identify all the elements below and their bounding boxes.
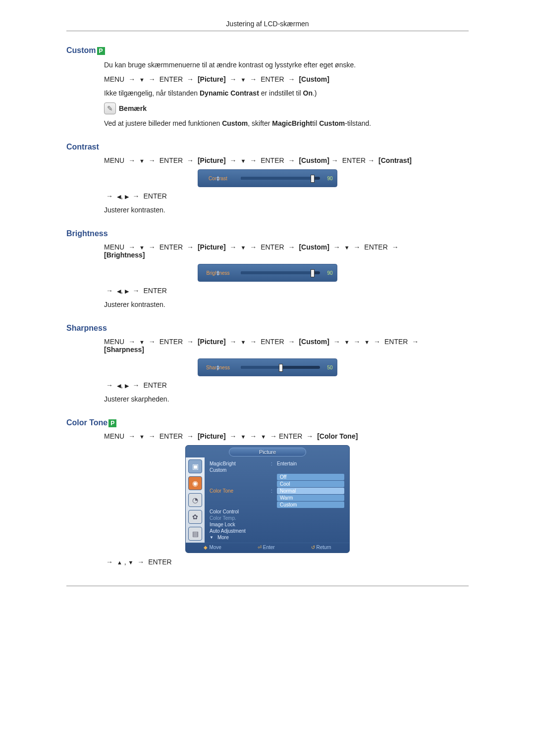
osd-side-icons: ▣ ◉ ◔ ✿ ▤	[186, 457, 205, 543]
arrow-icon: →	[126, 338, 137, 346]
osd-slider-label: ▲ Sharpness ▼	[198, 365, 238, 370]
down-triangle-icon: ▼	[364, 339, 370, 345]
arrow-icon: →	[131, 192, 142, 200]
arrow-icon: →	[248, 75, 259, 83]
osd-item-label: Auto Adjustment	[210, 528, 269, 534]
osd-footer-move-text: Move	[209, 545, 221, 550]
osd-slider-label: ▲ Brightness ▼	[198, 270, 238, 276]
menu-label: MENU	[104, 156, 124, 164]
arrow-icon: →	[286, 75, 297, 83]
section-colortone-title-text: Color Tone	[66, 418, 107, 427]
na-post: .)	[313, 89, 317, 97]
down-triangle-icon: ▼	[210, 535, 214, 540]
na-dc: Dynamic Contrast	[200, 89, 259, 97]
osd-sep: :	[271, 488, 275, 494]
na-on: On	[303, 89, 313, 97]
osd-item-colortemp: Color Temp.	[210, 515, 344, 521]
down-triangle-icon: ▼	[241, 339, 246, 345]
nt-mb: MagicBright	[272, 119, 312, 127]
osd-item-value: Entertain	[277, 461, 344, 466]
osd-slider-inner: ▲ Contrast ▼ 90	[198, 170, 337, 187]
arrow-icon: →	[135, 558, 146, 566]
arrow-icon: →	[147, 338, 158, 346]
down-triangle-icon: ▼	[261, 434, 266, 440]
osd-fill	[241, 271, 312, 274]
arrow-icon: →	[147, 156, 158, 164]
osd-item-colorcontrol: Color Control	[210, 508, 344, 515]
enter-label: ENTER	[160, 75, 183, 83]
menu-label: MENU	[104, 338, 124, 346]
arrow-icon: →	[185, 75, 196, 83]
down-triangle-icon: ▼	[216, 272, 220, 277]
contrast-adjust-path: → ◀, ▶ → ENTER	[104, 192, 469, 200]
custom-token: [Custom]	[299, 338, 329, 346]
note-icon: ✎	[104, 102, 116, 114]
enter-label: ENTER	[160, 243, 183, 251]
osd-item-label: Color Temp.	[210, 515, 269, 521]
osd-menu-body: ▣ ◉ ◔ ✿ ▤ MagicBright : Entertain Custom…	[186, 457, 349, 543]
arrow-icon: →	[228, 338, 239, 346]
arrow-icon: →	[268, 432, 279, 440]
page-footer-rule	[66, 586, 469, 587]
custom-not-available: Ikke tilgængelig, når tilstanden Dynamic…	[104, 88, 469, 99]
multiscreen-icon: ▤	[188, 527, 202, 541]
section-colortone-title: Color ToneP	[66, 418, 469, 427]
right-triangle-icon: ▶	[125, 194, 129, 200]
arrow-icon: →	[147, 432, 158, 440]
colortone-adjust-path: → ▲ , ▼ → ENTER	[104, 558, 469, 566]
osd-item-label: MagicBright	[210, 461, 269, 466]
osd-footer-enter-text: Enter	[263, 545, 275, 550]
diamond-icon: ◆	[204, 545, 208, 550]
picture-icon: ◉	[188, 476, 202, 490]
arrow-icon: →	[286, 243, 297, 251]
enter-label: ENTER	[160, 338, 183, 346]
osd-menu-titlebar: Picture	[186, 446, 349, 457]
arrow-icon: →	[126, 432, 137, 440]
osd-track	[241, 177, 320, 180]
osd-footer-return-text: Return	[317, 545, 331, 550]
contrast-osd: ▲ Contrast ▼ 90	[198, 169, 337, 187]
down-triangle-icon: ▼	[241, 77, 246, 83]
colortone-osd-menu: Picture ▣ ◉ ◔ ✿ ▤ MagicBright : Entertai…	[185, 445, 350, 553]
osd-item-magicbright: MagicBright : Entertain	[210, 460, 344, 467]
arrow-icon: →	[104, 558, 115, 566]
nt-custom2: Custom	[319, 119, 345, 127]
contrast-token: [Contrast]	[378, 156, 412, 164]
osd-item-label: More	[217, 535, 229, 540]
menu-label: MENU	[104, 432, 124, 440]
colortone-token: [Color Tone]	[317, 432, 358, 440]
enter-label: ENTER	[279, 432, 302, 440]
arrow-icon: →	[304, 432, 315, 440]
arrow-icon: →	[147, 75, 158, 83]
section-custom-title: CustomP	[66, 46, 469, 55]
page-header: Justering af LCD-skærmen	[66, 20, 469, 31]
down-triangle-icon: ▼	[241, 245, 246, 251]
down-triangle-icon: ▼	[241, 434, 246, 440]
arrow-icon: →	[410, 338, 421, 346]
note-label: Bemærk	[119, 104, 147, 112]
page: Justering af LCD-skærmen CustomP Du kan …	[66, 0, 469, 616]
down-triangle-icon: ▼	[139, 158, 145, 164]
left-triangle-icon: ◀	[117, 383, 121, 389]
menu-label: MENU	[104, 75, 124, 83]
section-sharpness-title: Sharpness	[66, 324, 469, 333]
section-brightness-title: Brightness	[66, 229, 469, 238]
arrow-icon: →	[104, 381, 115, 389]
osd-list: MagicBright : Entertain Custom Color Ton…	[205, 457, 349, 543]
arrow-icon: →	[366, 156, 376, 164]
custom-note-text: Ved at justere billeder med funktionen C…	[104, 118, 469, 129]
section-custom-title-text: Custom	[66, 46, 96, 54]
arrow-icon: →	[126, 75, 137, 83]
osd-slider-inner: ▲ Brightness ▼ 90	[198, 264, 337, 281]
enter-label: ENTER	[143, 381, 166, 389]
arrow-icon: →	[126, 243, 137, 251]
osd-footer-move: ◆Move	[204, 545, 221, 550]
osd-track	[241, 366, 320, 369]
down-triangle-icon: ▼	[139, 77, 145, 83]
arrow-icon: →	[228, 156, 239, 164]
nt-mid: , skifter	[248, 119, 272, 127]
p-badge-icon: P	[97, 47, 105, 55]
menu-label: MENU	[104, 243, 124, 251]
osd-item-custom: Custom	[210, 467, 344, 473]
arrow-icon: →	[286, 338, 297, 346]
